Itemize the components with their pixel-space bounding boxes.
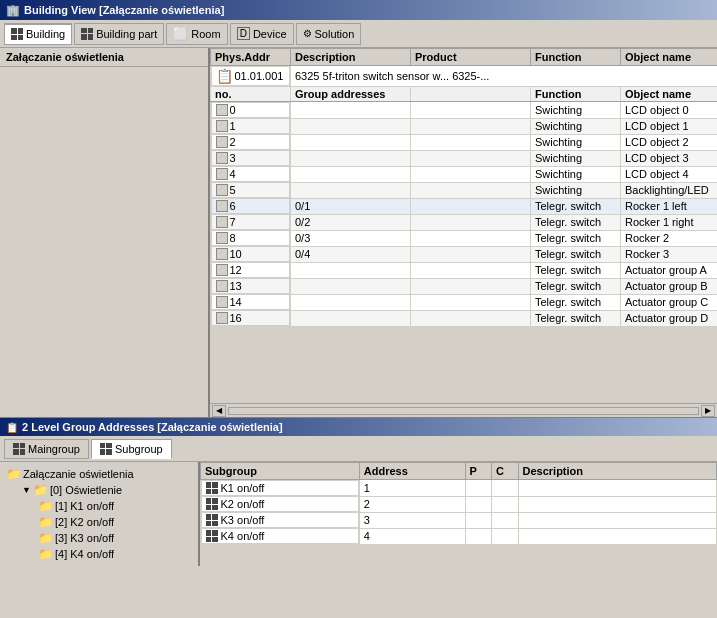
expand-icon: ▼ bbox=[22, 485, 31, 495]
row-checkbox-icon bbox=[216, 216, 228, 228]
table-row[interactable]: 6 0/1 Telegr. switch Rocker 1 left 1 Bit… bbox=[211, 198, 718, 214]
bottom-title: 2 Level Group Addresses [Załączanie oświ… bbox=[22, 421, 283, 433]
subgroup-row-icon bbox=[206, 498, 218, 510]
col-product: Product bbox=[411, 49, 531, 66]
scroll-right-button[interactable]: ▶ bbox=[701, 405, 715, 417]
tree-node-k3[interactable]: 📁 [3] K3 on/off bbox=[36, 530, 194, 546]
table-row[interactable]: 0 Swichting LCD object 0 1 Bit Low bbox=[211, 102, 718, 119]
col-p: P bbox=[465, 463, 491, 480]
tree-node-k4[interactable]: 📁 [4] K4 on/off bbox=[36, 546, 194, 562]
device-button[interactable]: D Device bbox=[230, 23, 294, 45]
subheader-object: Object name bbox=[621, 87, 718, 102]
row-checkbox-icon bbox=[216, 104, 228, 116]
bottom-window-icon: 📋 bbox=[6, 422, 18, 433]
tab-subgroup[interactable]: Subgroup bbox=[91, 439, 172, 459]
window-title: Building View [Załączanie oświetlenia] bbox=[24, 4, 224, 16]
row-checkbox-icon bbox=[216, 152, 228, 164]
solution-button[interactable]: ⚙ Solution bbox=[296, 23, 362, 45]
maingroup-icon bbox=[13, 443, 25, 455]
subheader-no: no. bbox=[211, 87, 291, 102]
col-c: C bbox=[492, 463, 518, 480]
table-row[interactable]: 16 Telegr. switch Actuator group D 1 Bit… bbox=[211, 310, 718, 326]
folder-icon: 📁 bbox=[38, 499, 53, 513]
row-checkbox-icon bbox=[216, 184, 228, 196]
col-subgroup: Subgroup bbox=[201, 463, 360, 480]
left-panel-header: Załączanie oświetlenia bbox=[0, 48, 208, 67]
subheader-row: no. Group addresses Function Object name… bbox=[211, 87, 718, 102]
row-checkbox-icon bbox=[216, 200, 228, 212]
bottom-main: 📁 Załączanie oświetlenia ▼ 📁 [0] Oświetl… bbox=[0, 462, 717, 566]
subheader-empty bbox=[411, 87, 531, 102]
bottom-tree-panel: 📁 Załączanie oświetlenia ▼ 📁 [0] Oświetl… bbox=[0, 462, 200, 566]
window-icon: 🏢 bbox=[6, 4, 20, 17]
table-row[interactable]: 5 Swichting Backlighting/LED 1 Bit Low bbox=[211, 182, 718, 198]
folder-icon: 📁 bbox=[38, 547, 53, 561]
tree-node-k2[interactable]: 📁 [2] K2 on/off bbox=[36, 514, 194, 530]
grid-icon bbox=[81, 28, 93, 40]
room-button[interactable]: ⬜ Room bbox=[166, 23, 227, 45]
row-checkbox-icon bbox=[216, 280, 228, 292]
bottom-toolbar: Maingroup Subgroup bbox=[0, 436, 717, 462]
tree-children: ▼ 📁 [0] Oświetlenie 📁 [1] K1 on/off 📁 [2… bbox=[20, 482, 194, 562]
folder-icon: 📁 bbox=[6, 467, 21, 481]
folder-icon: 📁 bbox=[38, 515, 53, 529]
device-row[interactable]: 📋 01.01.001 6325 5f-triton switch sensor… bbox=[211, 66, 718, 87]
grid-icon bbox=[11, 28, 23, 40]
device-icon-cell: 📋 bbox=[216, 68, 233, 84]
tree-node-k1[interactable]: 📁 [1] K1 on/off bbox=[36, 498, 194, 514]
tab-maingroup[interactable]: Maingroup bbox=[4, 439, 89, 459]
table-row[interactable]: 14 Telegr. switch Actuator group C 1 Bit… bbox=[211, 294, 718, 310]
table-wrapper[interactable]: Phys.Addr Description Product Function O… bbox=[210, 48, 717, 403]
col-bottom-description: Description bbox=[518, 463, 716, 480]
row-checkbox-icon bbox=[216, 168, 228, 180]
building-button[interactable]: Building bbox=[4, 23, 72, 45]
subgroup-table: Subgroup Address P C Description bbox=[200, 462, 717, 545]
subgroup-row[interactable]: K2 on/off 2 bbox=[201, 496, 717, 512]
table-row[interactable]: 7 0/2 Telegr. switch Rocker 1 right 1 Bi… bbox=[211, 214, 718, 230]
bottom-title-bar: 📋 2 Level Group Addresses [Załączanie oś… bbox=[0, 418, 717, 436]
building-part-button[interactable]: Building part bbox=[74, 23, 164, 45]
subgroup-row-icon bbox=[206, 530, 218, 542]
col-description: Description bbox=[291, 49, 411, 66]
row-checkbox-icon bbox=[216, 136, 228, 148]
subheader-function: Function bbox=[531, 87, 621, 102]
title-bar: 🏢 Building View [Załączanie oświetlenia] bbox=[0, 0, 717, 20]
subgroup-row[interactable]: K1 on/off 1 bbox=[201, 480, 717, 497]
table-row[interactable]: 3 Swichting LCD object 3 1 Bit Low bbox=[211, 150, 718, 166]
table-row[interactable]: 13 Telegr. switch Actuator group B 1 Bit… bbox=[211, 278, 718, 294]
scroll-left-button[interactable]: ◀ bbox=[212, 405, 226, 417]
main-area: Załączanie oświetlenia Phys.Addr Descrip… bbox=[0, 48, 717, 418]
subgroup-icon bbox=[100, 443, 112, 455]
bottom-table-panel: Subgroup Address P C Description bbox=[200, 462, 717, 566]
table-row[interactable]: 8 0/3 Telegr. switch Rocker 2 1 Bit Low bbox=[211, 230, 718, 246]
table-row[interactable]: 10 0/4 Telegr. switch Rocker 3 1 Bit Low bbox=[211, 246, 718, 262]
table-row[interactable]: 4 Swichting LCD object 4 1 Bit Low bbox=[211, 166, 718, 182]
folder-icon: 📁 bbox=[38, 531, 53, 545]
device-icon: D bbox=[237, 27, 250, 40]
room-icon: ⬜ bbox=[173, 27, 188, 41]
table-row[interactable]: 1 Swichting LCD object 1 1 Bit Low bbox=[211, 118, 718, 134]
subheader-addresses: Group addresses bbox=[291, 87, 411, 102]
tree-root[interactable]: 📁 Załączanie oświetlenia bbox=[4, 466, 194, 482]
row-checkbox-icon bbox=[216, 312, 228, 324]
subgroup-row-icon bbox=[206, 514, 218, 526]
tree-node-oświetlenie[interactable]: ▼ 📁 [0] Oświetlenie bbox=[20, 482, 194, 498]
table-horizontal-scrollbar[interactable]: ◀ ▶ bbox=[210, 403, 717, 417]
solution-icon: ⚙ bbox=[303, 28, 312, 39]
table-row[interactable]: 2 Swichting LCD object 2 1 Bit Low bbox=[211, 134, 718, 150]
folder-icon: 📁 bbox=[33, 483, 48, 497]
bottom-section: 📋 2 Level Group Addresses [Załączanie oś… bbox=[0, 418, 717, 566]
row-checkbox-icon bbox=[216, 120, 228, 132]
table-row[interactable]: 12 Telegr. switch Actuator group A 1 Bit… bbox=[211, 262, 718, 278]
main-toolbar: Building Building part ⬜ Room D Device ⚙… bbox=[0, 20, 717, 48]
device-description: 6325 5f-triton switch sensor w... 6325-.… bbox=[291, 66, 718, 87]
main-table: Phys.Addr Description Product Function O… bbox=[210, 48, 717, 327]
device-no: 📋 01.01.001 bbox=[211, 66, 291, 86]
subgroup-row[interactable]: K4 on/off 4 bbox=[201, 528, 717, 544]
subgroup-row[interactable]: K3 on/off 3 bbox=[201, 512, 717, 528]
col-phys-addr: Phys.Addr bbox=[211, 49, 291, 66]
col-address: Address bbox=[359, 463, 465, 480]
row-checkbox-icon bbox=[216, 232, 228, 244]
subgroup-row-icon bbox=[206, 482, 218, 494]
left-panel: Załączanie oświetlenia bbox=[0, 48, 210, 417]
